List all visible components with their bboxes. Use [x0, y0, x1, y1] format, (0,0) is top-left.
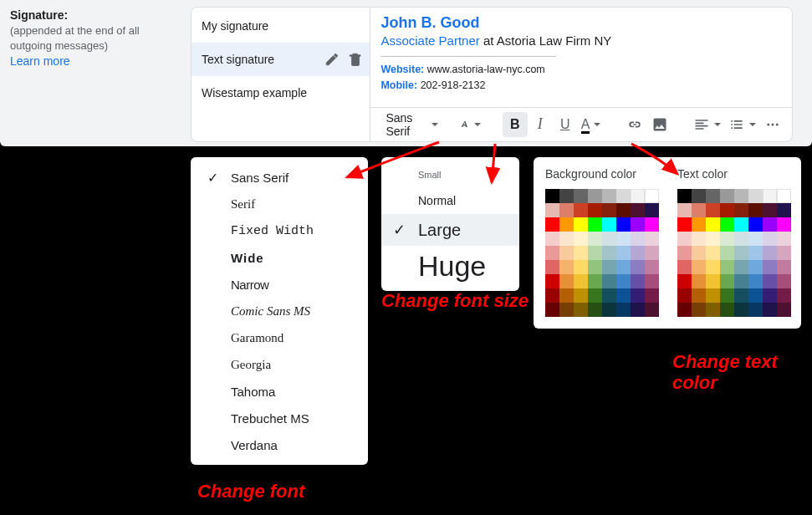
color-swatch[interactable] [677, 232, 692, 246]
color-swatch[interactable] [645, 246, 659, 260]
color-swatch[interactable] [748, 303, 763, 317]
color-swatch[interactable] [559, 260, 574, 274]
color-swatch[interactable] [763, 303, 777, 317]
color-swatch[interactable] [677, 260, 692, 274]
color-swatch[interactable] [734, 232, 748, 246]
color-swatch[interactable] [763, 246, 777, 260]
color-swatch[interactable] [574, 232, 588, 246]
color-swatch[interactable] [706, 260, 720, 274]
color-swatch[interactable] [631, 288, 645, 303]
color-swatch[interactable] [602, 189, 616, 203]
color-swatch[interactable] [748, 260, 763, 274]
color-swatch[interactable] [734, 189, 748, 203]
signature-list-item[interactable]: My signature [192, 9, 370, 43]
align-button[interactable] [690, 112, 725, 137]
color-swatch[interactable] [748, 203, 763, 217]
color-swatch[interactable] [631, 260, 645, 274]
color-swatch[interactable] [720, 260, 734, 274]
signature-list-item[interactable]: Wisestamp example [192, 76, 370, 110]
color-swatch[interactable] [616, 260, 631, 274]
color-swatch[interactable] [602, 232, 616, 246]
color-swatch[interactable] [602, 274, 616, 288]
color-swatch[interactable] [720, 303, 734, 317]
color-swatch[interactable] [692, 303, 706, 317]
list-button[interactable] [725, 112, 760, 137]
color-swatch[interactable] [588, 189, 602, 203]
font-option[interactable]: Narrow [191, 271, 368, 298]
color-swatch[interactable] [559, 232, 574, 246]
color-swatch[interactable] [602, 288, 616, 303]
color-swatch[interactable] [574, 246, 588, 260]
color-swatch[interactable] [616, 217, 631, 232]
color-swatch[interactable] [734, 203, 748, 217]
color-swatch[interactable] [777, 246, 791, 260]
color-swatch[interactable] [763, 217, 777, 232]
color-swatch[interactable] [763, 274, 777, 288]
color-swatch[interactable] [559, 203, 574, 217]
color-swatch[interactable] [574, 274, 588, 288]
color-swatch[interactable] [692, 260, 706, 274]
color-swatch[interactable] [574, 189, 588, 203]
color-swatch[interactable] [574, 203, 588, 217]
color-swatch[interactable] [588, 288, 602, 303]
color-swatch[interactable] [692, 189, 706, 203]
underline-button[interactable]: U [553, 112, 578, 137]
color-swatch[interactable] [677, 303, 692, 317]
color-swatch[interactable] [645, 203, 659, 217]
color-swatch[interactable] [645, 217, 659, 232]
color-swatch[interactable] [734, 217, 748, 232]
color-swatch[interactable] [677, 217, 692, 232]
color-swatch[interactable] [692, 232, 706, 246]
color-swatch[interactable] [545, 274, 559, 288]
color-swatch[interactable] [777, 232, 791, 246]
color-swatch[interactable] [574, 288, 588, 303]
color-swatch[interactable] [616, 274, 631, 288]
delete-icon[interactable] [348, 52, 363, 67]
color-swatch[interactable] [574, 217, 588, 232]
font-option[interactable]: Fixed Width [191, 217, 368, 244]
color-swatch[interactable] [706, 303, 720, 317]
color-swatch[interactable] [720, 246, 734, 260]
color-swatch[interactable] [734, 260, 748, 274]
color-swatch[interactable] [720, 189, 734, 203]
learn-more-link[interactable]: Learn more [10, 54, 181, 68]
color-swatch[interactable] [631, 217, 645, 232]
color-swatch[interactable] [574, 303, 588, 317]
color-swatch[interactable] [645, 260, 659, 274]
color-swatch[interactable] [777, 189, 791, 203]
color-swatch[interactable] [588, 217, 602, 232]
color-swatch[interactable] [545, 203, 559, 217]
color-swatch[interactable] [692, 246, 706, 260]
color-swatch[interactable] [559, 303, 574, 317]
color-swatch[interactable] [616, 303, 631, 317]
font-option[interactable]: Trebuchet MS [191, 405, 368, 431]
insert-link-button[interactable] [622, 112, 647, 137]
color-swatch[interactable] [706, 232, 720, 246]
preview-body[interactable]: John B. Good Associate Partner at Astori… [370, 8, 792, 107]
color-swatch[interactable] [631, 246, 645, 260]
color-swatch[interactable] [602, 303, 616, 317]
color-swatch[interactable] [588, 260, 602, 274]
color-swatch[interactable] [645, 303, 659, 317]
size-option[interactable]: ✓Large [381, 214, 519, 246]
font-option[interactable]: Serif [191, 191, 368, 217]
color-swatch[interactable] [602, 217, 616, 232]
color-swatch[interactable] [734, 274, 748, 288]
color-swatch[interactable] [645, 288, 659, 303]
color-swatch[interactable] [574, 260, 588, 274]
color-swatch[interactable] [706, 203, 720, 217]
color-swatch[interactable] [616, 189, 631, 203]
color-swatch[interactable] [748, 274, 763, 288]
color-swatch[interactable] [559, 288, 574, 303]
color-swatch[interactable] [616, 246, 631, 260]
color-swatch[interactable] [545, 246, 559, 260]
color-swatch[interactable] [602, 203, 616, 217]
color-swatch[interactable] [734, 288, 748, 303]
color-swatch[interactable] [677, 274, 692, 288]
color-swatch[interactable] [777, 260, 791, 274]
color-swatch[interactable] [777, 303, 791, 317]
color-swatch[interactable] [734, 303, 748, 317]
edit-icon[interactable] [324, 52, 340, 67]
font-option[interactable]: Comic Sans MS [191, 298, 368, 324]
color-swatch[interactable] [748, 246, 763, 260]
